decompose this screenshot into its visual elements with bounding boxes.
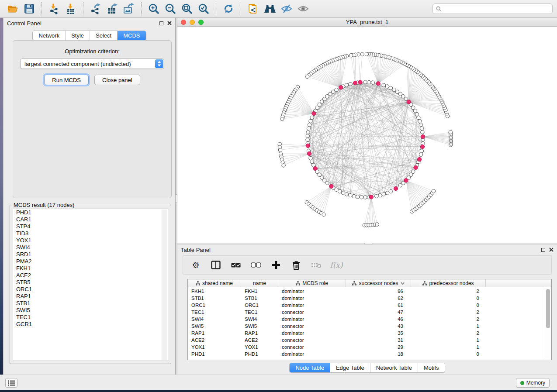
network-node[interactable] [280, 117, 284, 120]
mcds-hub-node[interactable] [369, 195, 373, 199]
open-folder-button[interactable] [5, 2, 20, 16]
network-node[interactable] [367, 80, 370, 84]
scrollbar-thumb[interactable] [546, 289, 550, 328]
tab-select[interactable]: Select [90, 31, 117, 40]
mcds-hub-node[interactable] [306, 144, 310, 148]
mcds-hub-node[interactable] [420, 144, 424, 148]
network-node[interactable] [310, 160, 314, 163]
network-node[interactable] [310, 116, 314, 119]
search-input[interactable] [444, 6, 549, 12]
export-table-button[interactable] [105, 2, 120, 16]
float-panel-icon[interactable] [541, 248, 545, 252]
mcds-node-item[interactable]: STB1 [13, 300, 168, 307]
mcds-hub-node[interactable] [421, 134, 425, 138]
network-node[interactable] [417, 116, 420, 119]
network-node[interactable] [325, 181, 329, 185]
table-row[interactable]: ORC1ORC1dominator610 [188, 302, 544, 309]
share-document-button[interactable] [246, 2, 261, 16]
network-node[interactable] [349, 193, 352, 197]
close-panel-button[interactable]: Close panel [94, 75, 140, 85]
table-scrollbar[interactable] [545, 288, 551, 359]
show-panels-button[interactable] [296, 2, 311, 16]
select-all-columns-button[interactable] [230, 259, 242, 271]
import-network-button[interactable] [47, 2, 62, 16]
table-row[interactable]: STB1STB1dominator620 [188, 295, 544, 302]
close-panel-icon[interactable] [167, 21, 172, 25]
mcds-node-item[interactable]: PHD1 [13, 209, 168, 216]
network-node[interactable] [412, 170, 415, 173]
tab-network[interactable]: Network [33, 31, 65, 40]
table-row[interactable]: FKH1FKH1dominator962 [188, 288, 544, 295]
mcds-scrollbar[interactable] [162, 210, 167, 360]
network-node[interactable] [306, 131, 310, 134]
float-panel-icon[interactable] [159, 21, 163, 25]
mcds-hub-node[interactable] [313, 166, 317, 170]
table-settings-button[interactable]: ⚙ [190, 259, 201, 271]
column-header-predecessor-nodes[interactable]: predecessor nodes [411, 279, 486, 287]
network-node[interactable] [421, 131, 424, 134]
mcds-node-item[interactable]: GCR1 [13, 321, 168, 328]
zoom-selected-button[interactable] [196, 2, 211, 16]
mcds-hub-node[interactable] [339, 86, 343, 89]
network-node[interactable] [309, 119, 312, 123]
column-header-successor-nodes[interactable]: successor nodes [346, 279, 411, 287]
mcds-node-item[interactable]: SWI4 [13, 244, 168, 251]
export-image-button[interactable] [121, 2, 136, 16]
network-node[interactable] [419, 153, 422, 156]
network-node[interactable] [371, 81, 374, 84]
table-row[interactable]: ACE2ACE2connector311 [188, 337, 544, 344]
mcds-hub-node[interactable] [329, 184, 333, 188]
memory-button[interactable]: Memory [516, 378, 550, 388]
network-node[interactable] [322, 213, 325, 216]
mcds-node-item[interactable]: TID3 [13, 230, 168, 237]
mcds-node-item[interactable]: YOX1 [13, 237, 168, 244]
network-node[interactable] [363, 80, 367, 84]
optimization-select[interactable]: largest connected component (undirected) [20, 58, 164, 69]
network-node[interactable] [389, 86, 392, 89]
network-node[interactable] [345, 193, 348, 196]
create-column-button[interactable] [270, 259, 282, 271]
network-node[interactable] [335, 188, 338, 191]
search-network-button[interactable] [263, 2, 277, 16]
table-row[interactable]: TEC1TEC1connector472 [188, 309, 544, 316]
table-row[interactable]: RAP1RAP1dominator352 [188, 330, 544, 337]
mcds-node-item[interactable]: ORC1 [13, 286, 168, 293]
network-node[interactable] [389, 189, 392, 193]
network-node[interactable] [378, 193, 382, 197]
network-node[interactable] [308, 123, 311, 127]
network-node[interactable] [385, 85, 389, 88]
network-node[interactable] [307, 127, 310, 130]
mcds-node-item[interactable]: PMA2 [13, 258, 168, 265]
network-node[interactable] [432, 189, 435, 193]
mcds-node-item[interactable]: ACE2 [13, 272, 168, 279]
table-tab-network-table[interactable]: Network Table [370, 363, 418, 372]
mcds-hub-node[interactable] [358, 80, 362, 84]
run-mcds-button[interactable]: Run MCDS [44, 75, 89, 85]
table-row[interactable]: PHD1PHD1dominator180 [188, 351, 544, 358]
network-node[interactable] [305, 75, 309, 78]
zoom-in-button[interactable] [146, 2, 161, 16]
table-tab-motifs[interactable]: Motifs [418, 363, 445, 372]
network-node[interactable] [306, 134, 309, 138]
network-node[interactable] [420, 149, 423, 153]
mcds-hub-node[interactable] [404, 179, 408, 182]
network-node[interactable] [418, 119, 422, 123]
network-graph[interactable] [177, 27, 557, 241]
network-node[interactable] [345, 83, 348, 87]
mcds-hub-node[interactable] [407, 100, 411, 104]
mcds-hub-node[interactable] [376, 82, 380, 86]
save-session-button[interactable] [22, 2, 37, 16]
network-node[interactable] [382, 193, 385, 196]
mcds-hub-node[interactable] [307, 151, 311, 155]
network-node[interactable] [360, 196, 363, 199]
table-row[interactable]: SWI4SWI4dominator462 [188, 316, 544, 323]
mcds-node-item[interactable]: SRD1 [13, 251, 168, 258]
network-node[interactable] [382, 83, 385, 87]
column-header-MCDS-role[interactable]: MCDS role [278, 279, 346, 287]
export-network-button[interactable] [88, 2, 103, 16]
network-node[interactable] [375, 194, 378, 198]
network-node[interactable] [278, 148, 282, 152]
close-panel-icon[interactable] [549, 248, 554, 252]
network-node[interactable] [363, 196, 367, 199]
deselect-all-columns-button[interactable] [250, 259, 262, 271]
